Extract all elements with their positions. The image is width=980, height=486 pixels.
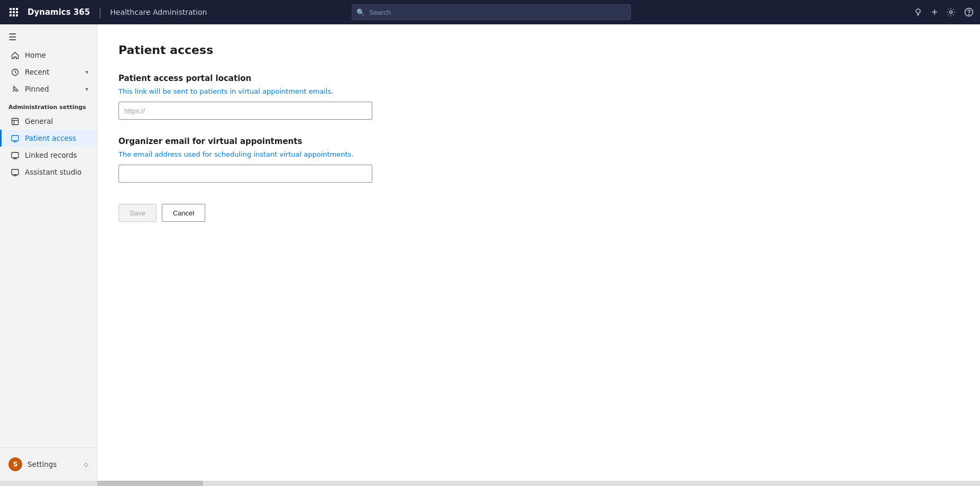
sidebar-settings-item[interactable]: S Settings ◇ <box>0 453 97 475</box>
svg-rect-8 <box>16 14 18 16</box>
organizer-email-input[interactable] <box>118 165 372 183</box>
patient-access-icon <box>10 134 20 142</box>
sidebar-item-recent[interactable]: Recent ▾ <box>0 64 97 80</box>
svg-point-14 <box>968 14 969 15</box>
topbar: Dynamics 365 | Healthcare Administration… <box>0 0 980 24</box>
sidebar-item-general-label: General <box>25 117 88 125</box>
svg-point-9 <box>916 9 920 13</box>
apps-icon[interactable] <box>6 7 21 17</box>
brand-name: Dynamics 365 <box>28 7 90 17</box>
sidebar-item-linked-records[interactable]: Linked records <box>0 147 97 164</box>
sidebar-item-pinned[interactable]: Pinned ▾ <box>0 80 97 97</box>
assistant-studio-icon <box>10 168 20 176</box>
svg-rect-2 <box>16 8 18 10</box>
svg-rect-1 <box>13 8 15 10</box>
sidebar-item-home-label: Home <box>25 51 88 59</box>
save-button[interactable]: Save <box>118 204 157 222</box>
portal-location-title: Patient access portal location <box>118 74 959 83</box>
main-wrapper: ☰ Home Recent ▾ <box>0 24 980 481</box>
svg-rect-6 <box>10 14 12 16</box>
pinned-icon <box>10 85 20 93</box>
sidebar-item-assistant-studio-label: Assistant studio <box>25 168 88 176</box>
search-icon: 🔍 <box>356 8 365 16</box>
svg-rect-17 <box>12 118 18 124</box>
svg-rect-20 <box>12 136 19 141</box>
settings-label: Settings <box>28 460 57 469</box>
svg-rect-26 <box>12 169 19 175</box>
topbar-actions: + <box>913 6 974 19</box>
actions-row: Save Cancel <box>118 204 959 222</box>
page-title: Patient access <box>118 43 959 57</box>
lightbulb-button[interactable] <box>913 7 923 17</box>
general-icon <box>10 118 20 125</box>
recent-icon <box>10 68 20 76</box>
sidebar: ☰ Home Recent ▾ <box>0 24 97 481</box>
portal-location-input[interactable] <box>118 102 372 120</box>
svg-rect-23 <box>12 152 19 158</box>
svg-rect-0 <box>10 8 12 10</box>
sidebar-nav: Home Recent ▾ Pinned <box>0 47 97 447</box>
svg-rect-4 <box>13 11 15 13</box>
svg-rect-7 <box>13 14 15 16</box>
recent-chevron-icon: ▾ <box>85 69 88 76</box>
sidebar-item-linked-records-label: Linked records <box>25 151 88 159</box>
linked-records-icon <box>10 151 20 159</box>
search-input[interactable] <box>352 4 631 20</box>
sidebar-item-general[interactable]: General <box>0 113 97 130</box>
sidebar-item-assistant-studio[interactable]: Assistant studio <box>0 164 97 181</box>
bottom-scrollbar[interactable] <box>0 481 980 486</box>
organizer-email-description: The email address used for scheduling in… <box>118 150 959 158</box>
organizer-email-title: Organizer email for virtual appointments <box>118 137 959 146</box>
portal-location-section: Patient access portal location This link… <box>118 74 959 120</box>
sidebar-item-home[interactable]: Home <box>0 47 97 64</box>
portal-location-description: This link will be sent to patients in vi… <box>118 87 959 95</box>
svg-point-12 <box>949 11 952 14</box>
topbar-divider: | <box>98 7 102 18</box>
settings-chevron-icon: ◇ <box>84 461 88 468</box>
home-icon <box>10 51 20 59</box>
svg-rect-3 <box>10 11 12 13</box>
content-area: Patient access Patient access portal loc… <box>97 24 980 481</box>
sidebar-item-pinned-label: Pinned <box>25 85 80 93</box>
sidebar-bottom: S Settings ◇ <box>0 447 97 481</box>
cancel-button[interactable]: Cancel <box>162 204 205 222</box>
admin-settings-section-title: Administration settings <box>0 97 97 113</box>
organizer-email-section: Organizer email for virtual appointments… <box>118 137 959 183</box>
app-name: Healthcare Administration <box>110 8 207 16</box>
sidebar-item-patient-access-label: Patient access <box>25 134 88 142</box>
settings-button[interactable] <box>946 7 956 17</box>
search-container: 🔍 <box>352 4 631 20</box>
settings-avatar: S <box>8 457 22 471</box>
sidebar-item-patient-access[interactable]: Patient access <box>0 130 97 147</box>
svg-line-16 <box>13 89 15 92</box>
sidebar-item-recent-label: Recent <box>25 68 80 76</box>
svg-rect-5 <box>16 11 18 13</box>
pinned-chevron-icon: ▾ <box>85 86 88 93</box>
add-button[interactable]: + <box>931 6 938 19</box>
help-button[interactable] <box>964 7 974 17</box>
sidebar-toggle[interactable]: ☰ <box>0 24 97 47</box>
scrollbar-thumb[interactable] <box>97 481 203 486</box>
